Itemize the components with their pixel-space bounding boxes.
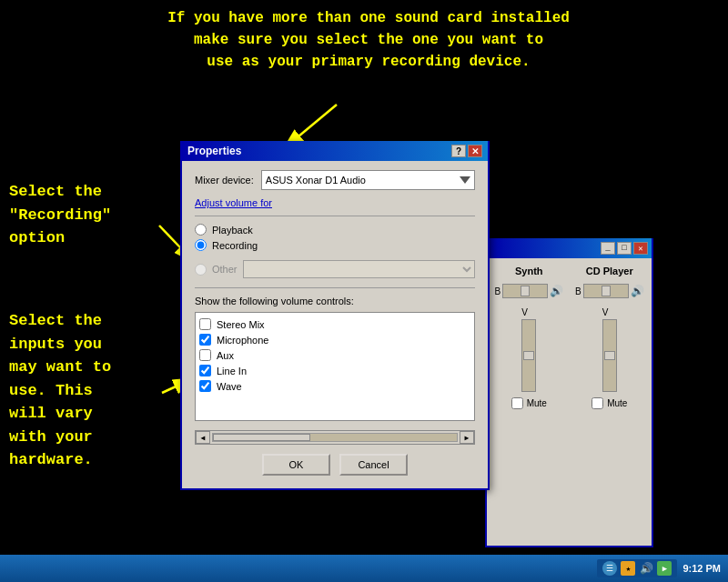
speaker-icon[interactable]: 🔊 bbox=[639, 561, 653, 576]
line-in-checkbox[interactable] bbox=[199, 365, 211, 376]
aux-label: Aux bbox=[217, 350, 234, 361]
line-in-label: Line In bbox=[217, 366, 247, 376]
speaker-symbol: 🔊 bbox=[640, 562, 653, 576]
recording-radio[interactable] bbox=[195, 239, 207, 251]
cdplayer-label: CD Player bbox=[586, 266, 633, 276]
microphone-item: Microphone bbox=[199, 332, 470, 347]
taskbar-system-tray: ☰ ★ 🔊 ▶ bbox=[597, 559, 677, 577]
synth-volume-container: V bbox=[521, 307, 536, 392]
radio-group: Playback Recording bbox=[195, 224, 475, 251]
scroll-thumb[interactable] bbox=[213, 434, 310, 441]
scroll-track[interactable] bbox=[212, 433, 458, 442]
other-radio bbox=[195, 264, 207, 276]
mixer-bg-window: _ □ ✕ Synth B 🔊 V bbox=[485, 238, 653, 547]
synth-balance-row: B 🔊 bbox=[494, 282, 563, 300]
separator2 bbox=[195, 287, 475, 288]
taskbar-icon-4[interactable]: ▶ bbox=[657, 561, 672, 576]
left-top-annotation: Select the"Recording"option bbox=[9, 180, 111, 250]
ok-button[interactable]: OK bbox=[262, 454, 330, 476]
bg-maximize-button[interactable]: □ bbox=[617, 242, 632, 255]
top-annotation: If you have more than one sound card ins… bbox=[46, 7, 692, 73]
cdplayer-balance-icon: 🔊 bbox=[631, 285, 644, 298]
help-button[interactable]: ? bbox=[451, 145, 466, 157]
playback-radio[interactable] bbox=[195, 224, 207, 236]
microphone-label: Microphone bbox=[217, 335, 268, 346]
cdplayer-column: CD Player B 🔊 V Mute bbox=[575, 266, 645, 409]
scroll-right-button[interactable]: ▶ bbox=[460, 431, 474, 444]
cdplayer-balance-slider[interactable] bbox=[583, 284, 629, 298]
bg-close-button[interactable]: ✕ bbox=[633, 242, 648, 255]
other-row: Other bbox=[195, 260, 475, 278]
cdplayer-volume-slider[interactable] bbox=[602, 319, 617, 392]
synth-volume-slider[interactable] bbox=[521, 319, 536, 392]
synth-column: Synth B 🔊 V Mute bbox=[494, 266, 564, 409]
cdplayer-mute-label: Mute bbox=[607, 398, 627, 408]
recording-radio-item: Recording bbox=[195, 239, 475, 251]
volume-controls-label: Show the following volume controls: bbox=[195, 296, 475, 306]
synth-mute-row: Mute bbox=[511, 397, 547, 409]
titlebar-buttons: ? ✕ bbox=[451, 145, 482, 157]
synth-label: Synth bbox=[515, 266, 543, 276]
cdplayer-mute-checkbox[interactable] bbox=[592, 397, 603, 409]
playback-label: Playback bbox=[212, 225, 253, 236]
taskbar-time: 9:12 PM bbox=[682, 563, 721, 574]
bg-titlebar: _ □ ✕ bbox=[487, 238, 652, 258]
scroll-left-button[interactable]: ◀ bbox=[196, 431, 210, 444]
dialog-title: Properties bbox=[187, 145, 241, 157]
line-in-item: Line In bbox=[199, 363, 470, 378]
other-label: Other bbox=[212, 264, 238, 275]
microphone-checkbox[interactable] bbox=[199, 334, 211, 346]
stereo-mix-checkbox[interactable] bbox=[199, 318, 211, 330]
dialog-titlebar: Properties ? ✕ bbox=[182, 141, 488, 161]
mixer-device-select[interactable]: ASUS Xonar D1 Audio bbox=[261, 170, 475, 190]
taskbar-icon-1[interactable]: ☰ bbox=[602, 561, 617, 576]
taskbar-icon-2[interactable]: ★ bbox=[621, 561, 635, 576]
left-bottom-annotation: Select theinputs youmay want touse. This… bbox=[9, 309, 111, 472]
properties-dialog: Properties ? ✕ Mixer device: ASUS Xonar … bbox=[180, 141, 490, 490]
synth-mute-label: Mute bbox=[527, 398, 547, 408]
wave-item: Wave bbox=[199, 378, 470, 394]
synth-volume-label: V bbox=[521, 307, 528, 317]
aux-checkbox[interactable] bbox=[199, 349, 211, 361]
playback-radio-item: Playback bbox=[195, 224, 475, 236]
other-select bbox=[243, 260, 475, 278]
wave-checkbox[interactable] bbox=[199, 380, 211, 392]
cdplayer-balance-row: B 🔊 bbox=[575, 282, 644, 300]
taskbar: ☰ ★ 🔊 ▶ 9:12 PM bbox=[0, 555, 728, 582]
stereo-mix-label: Stereo Mix bbox=[217, 319, 265, 330]
aux-item: Aux bbox=[199, 347, 470, 363]
synth-balance-icon: 🔊 bbox=[550, 285, 563, 298]
cdplayer-mute-row: Mute bbox=[592, 397, 627, 409]
taskbar-right: ☰ ★ 🔊 ▶ 9:12 PM bbox=[597, 559, 721, 577]
wave-label: Wave bbox=[217, 381, 242, 392]
stereo-mix-item: Stereo Mix bbox=[199, 316, 470, 332]
separator1 bbox=[195, 216, 475, 216]
mixer-device-row: Mixer device: ASUS Xonar D1 Audio bbox=[195, 170, 475, 190]
cdplayer-volume-label: V bbox=[602, 307, 609, 317]
cancel-button[interactable]: Cancel bbox=[339, 454, 408, 476]
synth-balance-label: B bbox=[494, 286, 500, 296]
adjust-volume-link[interactable]: Adjust volume for bbox=[195, 197, 475, 208]
synth-mute-checkbox[interactable] bbox=[511, 397, 523, 409]
mixer-device-label: Mixer device: bbox=[195, 175, 254, 186]
checkbox-list: Stereo Mix Microphone Aux Line In Wave bbox=[195, 312, 475, 421]
dialog-buttons: OK Cancel bbox=[195, 454, 475, 476]
close-button[interactable]: ✕ bbox=[468, 145, 482, 157]
recording-label: Recording bbox=[212, 240, 258, 251]
cdplayer-balance-label: B bbox=[575, 286, 581, 296]
bg-minimize-button[interactable]: _ bbox=[601, 242, 615, 255]
synth-balance-slider[interactable] bbox=[502, 284, 548, 298]
cdplayer-volume-container: V bbox=[602, 307, 617, 392]
horizontal-scrollbar[interactable]: ◀ ▶ bbox=[195, 430, 475, 445]
